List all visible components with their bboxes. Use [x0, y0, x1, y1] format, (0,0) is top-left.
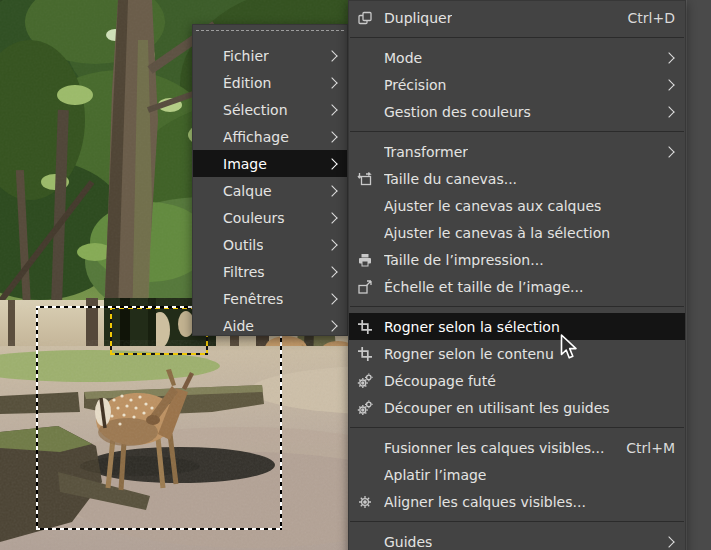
menu-item-affichage[interactable]: Affichage	[193, 123, 347, 150]
submenu-item-gestion-des-couleurs[interactable]: Gestion des couleurs	[349, 98, 685, 125]
menu-item-selection[interactable]: Sélection	[193, 96, 347, 123]
menu-item-label: Découpage futé	[384, 373, 496, 389]
menu-item-label: Taille du canevas...	[384, 171, 517, 187]
menu-item-label: Aide	[223, 318, 254, 334]
menu-item-label: Sélection	[223, 102, 288, 118]
submenu-item-taille-du-canevas[interactable]: Taille du canevas...	[349, 165, 685, 192]
menu-separator	[349, 125, 685, 138]
image-submenu-rows: DupliquerCtrl+DModePrécisionGestion des …	[349, 4, 685, 550]
menu-item-label: Transformer	[384, 144, 468, 160]
mouse-cursor-icon	[556, 333, 578, 361]
menu-item-label: Aplatir l’image	[384, 467, 486, 483]
menu-item-label: Fusionner les calques visibles...	[384, 440, 604, 456]
menu-item-label: Échelle et taille de l’image...	[384, 279, 583, 295]
submenu-item-fusionner-calques-visibles[interactable]: Fusionner les calques visibles...Ctrl+M	[349, 434, 685, 461]
tear-off-line[interactable]	[196, 30, 344, 38]
gears-icon	[357, 400, 384, 416]
submenu-item-decoupage-fute[interactable]: Découpage futé	[349, 367, 685, 394]
canvas-size-icon	[357, 171, 384, 187]
chevron-right-icon	[663, 146, 674, 157]
menu-item-label: Fichier	[223, 48, 269, 64]
crop-icon	[357, 346, 384, 362]
menu-item-label: Dupliquer	[384, 10, 452, 26]
chevron-right-icon	[326, 104, 337, 115]
menu-item-label: Rogner selon la sélection	[384, 319, 560, 335]
menu-item-label: Couleurs	[223, 210, 285, 226]
menu-item-label: Gestion des couleurs	[384, 104, 531, 120]
menu-item-label: Filtres	[223, 264, 265, 280]
menu-item-filtres[interactable]: Filtres	[193, 258, 347, 285]
menu-item-fichier[interactable]: Fichier	[193, 42, 347, 69]
crop-icon	[357, 319, 384, 335]
submenu-item-aligner-calques-visibles[interactable]: Aligner les calques visibles...	[349, 488, 685, 515]
scale-image-icon	[357, 279, 384, 295]
submenu-item-dupliquer[interactable]: DupliquerCtrl+D	[349, 4, 685, 31]
submenu-item-rogner-selon-contenu[interactable]: Rogner selon le contenu	[349, 340, 685, 367]
menu-item-label: Édition	[223, 75, 271, 91]
submenu-item-precision[interactable]: Précision	[349, 71, 685, 98]
menu-item-label: Affichage	[223, 129, 289, 145]
chevron-right-icon	[326, 212, 337, 223]
menu-item-label: Image	[223, 156, 267, 172]
menu-item-label: Guides	[384, 534, 432, 550]
menu-item-label: Calque	[223, 183, 272, 199]
menu-separator	[349, 300, 685, 313]
menu-item-image[interactable]: Image	[193, 150, 347, 177]
submenu-item-aplatir-image[interactable]: Aplatir l’image	[349, 461, 685, 488]
chevron-right-icon	[326, 239, 337, 250]
duplicate-icon	[357, 10, 384, 26]
menu-item-label: Aligner les calques visibles...	[384, 494, 586, 510]
submenu-item-transformer[interactable]: Transformer	[349, 138, 685, 165]
chevron-right-icon	[326, 131, 337, 142]
submenu-item-mode[interactable]: Mode	[349, 44, 685, 71]
menu-item-label: Ajuster le canevas à la sélection	[384, 225, 610, 241]
menu-item-shortcut: Ctrl+M	[626, 440, 675, 456]
menu-item-label: Fenêtres	[223, 291, 283, 307]
menu-item-calque[interactable]: Calque	[193, 177, 347, 204]
menu-item-fenetres[interactable]: Fenêtres	[193, 285, 347, 312]
context-menu: FichierÉditionSélectionAffichageImageCal…	[192, 24, 348, 336]
menu-item-couleurs[interactable]: Couleurs	[193, 204, 347, 231]
menu-item-shortcut: Ctrl+D	[628, 10, 675, 26]
menu-separator	[349, 421, 685, 434]
menu-item-outils[interactable]: Outils	[193, 231, 347, 258]
menu-separator	[349, 31, 685, 44]
image-submenu: DupliquerCtrl+DModePrécisionGestion des …	[348, 0, 686, 550]
chevron-right-icon	[663, 536, 674, 547]
submenu-item-ajuster-canevas-selection[interactable]: Ajuster le canevas à la sélection	[349, 219, 685, 246]
menu-item-label: Rogner selon le contenu	[384, 346, 554, 362]
menu-item-aide[interactable]: Aide	[193, 312, 347, 339]
menu-item-label: Découper en utilisant les guides	[384, 400, 610, 416]
chevron-right-icon	[326, 320, 337, 331]
chevron-right-icon	[326, 50, 337, 61]
chevron-right-icon	[326, 77, 337, 88]
menu-item-label: Taille de l’impression...	[384, 252, 544, 268]
context-menu-rows: FichierÉditionSélectionAffichageImageCal…	[193, 42, 347, 339]
chevron-right-icon	[326, 266, 337, 277]
window-background-strip	[686, 0, 711, 550]
menu-item-label: Mode	[384, 50, 422, 66]
chevron-right-icon	[326, 185, 337, 196]
submenu-item-ajuster-canevas-calques[interactable]: Ajuster le canevas aux calques	[349, 192, 685, 219]
submenu-item-guides[interactable]: Guides	[349, 528, 685, 550]
submenu-item-taille-impression[interactable]: Taille de l’impression...	[349, 246, 685, 273]
menu-item-label: Précision	[384, 77, 446, 93]
chevron-right-icon	[663, 79, 674, 90]
menu-item-label: Ajuster le canevas aux calques	[384, 198, 601, 214]
gear-icon	[357, 494, 384, 510]
submenu-item-rogner-selon-selection[interactable]: Rogner selon la sélection	[349, 313, 685, 340]
chevron-right-icon	[663, 52, 674, 63]
menu-item-edition[interactable]: Édition	[193, 69, 347, 96]
chevron-right-icon	[663, 106, 674, 117]
menu-separator	[349, 515, 685, 528]
print-size-icon	[357, 252, 384, 268]
submenu-item-echelle-taille-image[interactable]: Échelle et taille de l’image...	[349, 273, 685, 300]
submenu-item-decouper-guides[interactable]: Découper en utilisant les guides	[349, 394, 685, 421]
chevron-right-icon	[326, 293, 337, 304]
menu-item-label: Outils	[223, 237, 263, 253]
gimp-canvas-area: FichierÉditionSélectionAffichageImageCal…	[0, 0, 711, 550]
gears-icon	[357, 373, 384, 389]
selection-marching-ants	[36, 306, 282, 530]
chevron-right-icon	[326, 158, 337, 169]
